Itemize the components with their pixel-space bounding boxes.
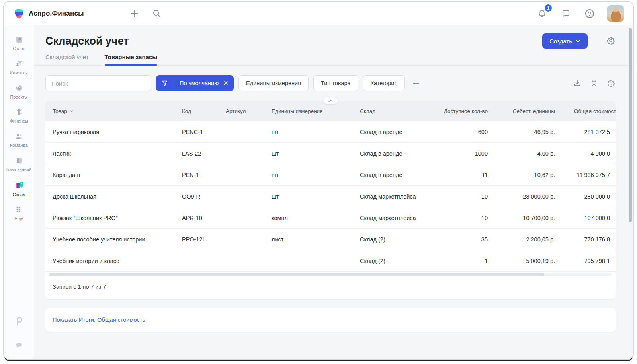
table-row[interactable]: Учебное пособие учителя истории PPO-12L … xyxy=(45,229,616,250)
sidebar: Старт Клиенты Проекты Финансы Команда xyxy=(4,25,34,359)
tabs: Складской учет Товарные запасы xyxy=(45,54,616,66)
cell-cost: 10,62 р. xyxy=(488,172,555,178)
quick-create-button[interactable] xyxy=(128,7,141,20)
table-settings-button[interactable] xyxy=(607,79,616,88)
cell-total: 770 176,8 xyxy=(555,236,616,243)
page-head: Складской учет Складской учет Товарные з… xyxy=(45,35,616,66)
active-filter-label: По умолчанию xyxy=(174,80,223,86)
table-row[interactable]: Рюкзак "Школьник PRO" APR-10 компл Склад… xyxy=(45,207,616,229)
active-filter-chip[interactable]: По умолчанию xyxy=(156,75,234,91)
sort-chevron-icon xyxy=(70,110,74,113)
brand-name: Аспро.Финансы xyxy=(29,10,84,18)
main-content: Складской учет Складской учет Товарные з… xyxy=(34,25,633,359)
filter-product-type-button[interactable]: Тип товара xyxy=(313,75,358,91)
table-row[interactable]: Доска школьная OO9-R шт Склад маркетплей… xyxy=(45,186,616,207)
table-row[interactable]: Ручка шариковая PENC-1 шт Склад в аренде… xyxy=(45,121,616,143)
sidebar-item-label: Команда xyxy=(10,143,28,148)
sidebar-item-more[interactable]: Ещё xyxy=(5,201,33,225)
topbar: Аспро.Финансы 1 xyxy=(4,2,633,25)
filter-funnel-icon[interactable] xyxy=(156,75,174,91)
filter-units-button[interactable]: Единицы измерения xyxy=(238,75,309,91)
brand[interactable]: Аспро.Финансы xyxy=(13,8,84,19)
avatar[interactable] xyxy=(607,5,624,22)
gear-icon xyxy=(606,36,616,45)
notifications-button[interactable]: 1 xyxy=(535,7,549,20)
column-header-qty[interactable]: Доступное кол-во xyxy=(440,108,488,114)
cell-cost: 4,00 р. xyxy=(488,150,555,157)
table-row[interactable]: Ластик LAS-22 шт Склад в аренде 1000 4,0… xyxy=(45,143,616,164)
table-row[interactable]: Карандаш PEN-1 шт Склад в аренде 11 10,6… xyxy=(45,164,616,186)
cell-code: OO9-R xyxy=(182,193,226,200)
sidebar-item-clients[interactable]: Клиенты xyxy=(5,55,33,80)
cell-warehouse: Склад (2) xyxy=(360,236,440,243)
sidebar-item-warehouse[interactable]: Склад xyxy=(5,176,33,201)
show-totals-link[interactable]: Показать Итоги: Общая стоимость xyxy=(53,317,145,323)
close-icon[interactable] xyxy=(223,81,234,86)
column-header-product[interactable]: Товар xyxy=(53,108,182,114)
collapse-icon xyxy=(591,79,597,87)
vertical-scrollbar[interactable] xyxy=(629,28,632,222)
column-header-unit[interactable]: Единицы измерения xyxy=(272,108,360,114)
sidebar-item-label: Проекты xyxy=(10,95,27,100)
plus-icon xyxy=(130,9,139,18)
cell-warehouse: Склад (2) xyxy=(360,258,440,264)
cell-qty: 11 xyxy=(440,172,488,178)
chevron-up-icon xyxy=(328,99,333,102)
create-button[interactable]: Создать xyxy=(542,33,588,49)
cell-code: APR-10 xyxy=(182,215,226,221)
cell-warehouse: Склад маркетплейса xyxy=(360,193,440,200)
topbar-actions: 1 ? xyxy=(535,5,624,22)
cell-total: 280 000,0 xyxy=(555,193,616,200)
add-filter-button[interactable] xyxy=(410,78,422,89)
cell-total: 4 000,0 xyxy=(555,150,616,157)
search-icon xyxy=(152,9,161,18)
download-button[interactable] xyxy=(573,79,581,87)
tab-stock[interactable]: Товарные запасы xyxy=(105,54,157,66)
cell-cost: 28 000,00 р. xyxy=(488,193,555,200)
cell-unit: шт xyxy=(272,193,360,200)
knowledge-base-icon xyxy=(14,156,24,165)
finances-icon xyxy=(14,107,24,117)
collapse-rows-button[interactable] xyxy=(591,79,597,87)
global-search-button[interactable] xyxy=(150,7,164,20)
table-row[interactable]: Учебник истории 7 класс Склад (2) 1 5 00… xyxy=(45,250,616,272)
cell-total: 107 000,0 xyxy=(555,215,616,221)
column-label: Товар xyxy=(53,108,67,114)
sidebar-item-start[interactable]: Старт xyxy=(5,31,33,55)
sidebar-item-projects[interactable]: Проекты xyxy=(5,80,33,104)
search-input[interactable] xyxy=(45,75,151,91)
column-header-warehouse[interactable]: Склад xyxy=(360,108,440,114)
sidebar-bottom xyxy=(12,315,26,352)
planfix-button[interactable] xyxy=(12,315,26,328)
collapse-table-button[interactable] xyxy=(323,97,338,104)
sidebar-item-finances[interactable]: Финансы xyxy=(5,103,33,128)
cell-total: 281 372,5 xyxy=(555,129,616,135)
cell-code: PPO-12L xyxy=(182,236,226,243)
cell-cost: 10 700,00 р. xyxy=(488,215,555,221)
feedback-button[interactable] xyxy=(12,339,26,352)
gear-icon xyxy=(607,79,616,88)
projects-icon xyxy=(14,83,24,93)
totals-card: Показать Итоги: Общая стоимость xyxy=(45,308,616,332)
cell-code: PENC-1 xyxy=(182,129,226,135)
scrollbar-thumb[interactable] xyxy=(49,273,544,276)
app-window: Аспро.Финансы 1 xyxy=(3,1,634,360)
help-button[interactable]: ? xyxy=(583,7,596,20)
chat-button[interactable] xyxy=(559,7,573,20)
page-settings-button[interactable] xyxy=(606,36,616,45)
tab-warehouse-accounting[interactable]: Складской учет xyxy=(45,54,89,66)
app-logo xyxy=(13,8,25,19)
sidebar-item-knowledge-base[interactable]: База знаний xyxy=(5,152,33,176)
column-header-total[interactable]: Общая стоимость xyxy=(555,108,616,114)
cell-qty: 1000 xyxy=(440,150,488,157)
column-header-article[interactable]: Артикул xyxy=(226,108,272,114)
help-icon: ? xyxy=(585,9,594,18)
cell-product: Рюкзак "Школьник PRO" xyxy=(53,215,182,221)
sidebar-item-team[interactable]: Команда xyxy=(5,128,33,152)
cell-code: PEN-1 xyxy=(182,172,226,178)
filter-category-button[interactable]: Категория xyxy=(363,75,405,91)
table-horizontal-scrollbar[interactable] xyxy=(49,273,612,276)
column-header-cost[interactable]: Себест. единицы xyxy=(488,108,555,114)
table-body: Ручка шариковая PENC-1 шт Склад в аренде… xyxy=(45,121,616,272)
column-header-code[interactable]: Код xyxy=(182,108,226,114)
